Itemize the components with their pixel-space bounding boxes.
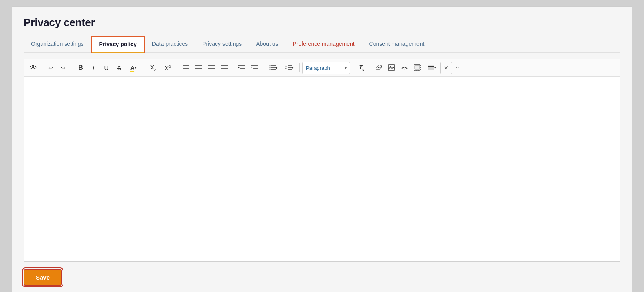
save-area: Save [24,269,620,286]
subscript-icon: X2 [150,64,156,72]
redo-icon: ↪ [61,65,66,71]
code-button[interactable]: <> [398,62,410,74]
align-right-button[interactable] [205,62,217,74]
ordered-list-chevron-icon: ▾ [292,66,294,70]
svg-point-24 [269,65,270,66]
bullet-list-button[interactable]: ▾ [266,62,281,74]
more-options-button[interactable]: ··· [453,62,465,74]
separator-8 [353,63,353,72]
table-icon [428,65,434,71]
subscript-button[interactable]: X2 [146,62,160,74]
align-justify-button[interactable] [218,62,230,74]
page-title: Privacy center [24,16,620,29]
undo-icon: ↩ [48,65,53,71]
eye-icon: 👁 [30,64,37,72]
underline-button[interactable]: U [100,62,112,74]
preview-button[interactable]: 👁 [27,62,39,74]
align-justify-icon [221,65,228,71]
tabs-nav: Organization settings Privacy policy Dat… [24,36,620,53]
clear-format-button[interactable]: Tx [356,62,368,74]
block-button[interactable] [411,62,423,74]
svg-point-28 [269,69,270,70]
image-icon [388,64,395,72]
separator-2 [72,63,72,72]
indent-increase-button[interactable] [236,62,248,74]
align-right-icon [208,65,215,71]
redo-button[interactable]: ↪ [57,62,69,74]
highlight-icon: A [130,65,134,71]
svg-rect-41 [428,65,434,70]
separator-4 [177,63,177,72]
editor-wrapper: 👁 ↩ ↪ B I U [24,59,620,262]
editor-toolbar: 👁 ↩ ↪ B I U [24,59,620,77]
paragraph-label: Paragraph [306,65,330,71]
strikethrough-icon: S [117,65,121,71]
editor-content-area[interactable] [24,77,620,261]
image-button[interactable] [386,62,398,74]
tab-privacy-settings[interactable]: Privacy settings [195,37,249,52]
separator-7 [299,63,300,72]
strikethrough-button[interactable]: S [113,62,125,74]
link-icon [375,65,382,71]
page-container: Privacy center Organization settings Pri… [12,6,632,292]
more-options-icon: ··· [456,64,462,71]
svg-rect-37 [388,65,395,70]
svg-rect-40 [415,65,420,69]
separator-9 [370,63,370,72]
svg-text:3.: 3. [285,69,287,70]
align-left-button[interactable] [180,62,192,74]
align-center-icon [195,65,202,71]
highlight-chevron-icon: ▾ [135,66,137,70]
save-button[interactable]: Save [24,269,62,286]
bullet-list-icon [269,65,276,71]
align-center-button[interactable] [193,62,205,74]
tab-data-practices[interactable]: Data practices [145,37,195,52]
tab-preference-management[interactable]: Preference management [286,37,362,52]
ordered-list-icon: 1.2.3. [285,65,292,71]
link-button[interactable] [373,62,385,74]
bullet-list-chevron-icon: ▾ [276,66,278,70]
paragraph-chevron-icon: ▾ [345,66,347,70]
clear-button[interactable]: ✕ [440,62,452,74]
superscript-button[interactable]: X2 [161,62,175,74]
undo-button[interactable]: ↩ [45,62,57,74]
paragraph-dropdown[interactable]: Paragraph ▾ [302,62,350,74]
indent-increase-icon [238,65,245,71]
bold-button[interactable]: B [75,62,87,74]
bold-icon: B [78,64,83,71]
tab-privacy-policy[interactable]: Privacy policy [91,36,145,53]
underline-icon: U [104,65,109,71]
clear-x-icon: ✕ [444,65,449,71]
tab-consent-management[interactable]: Consent management [362,37,432,52]
table-button[interactable]: ▾ [424,62,439,74]
align-left-icon [183,65,189,71]
italic-button[interactable]: I [87,62,100,74]
indent-decrease-icon [251,65,258,71]
indent-decrease-button[interactable] [248,62,260,74]
highlight-button[interactable]: A ▾ [126,62,141,74]
ordered-list-button[interactable]: 1.2.3. ▾ [282,62,297,74]
code-icon: <> [401,65,408,71]
separator-5 [233,63,233,72]
block-icon [414,64,421,72]
svg-point-26 [269,67,270,68]
italic-icon: I [93,65,94,71]
table-chevron-icon: ▾ [434,66,436,70]
superscript-icon: X2 [165,65,171,71]
separator-1 [42,63,42,72]
svg-line-36 [378,67,380,68]
separator-3 [144,63,144,72]
tab-org-settings[interactable]: Organization settings [24,37,91,52]
clear-format-icon: Tx [359,64,364,72]
separator-6 [263,63,263,72]
tab-about-us[interactable]: About us [249,37,285,52]
